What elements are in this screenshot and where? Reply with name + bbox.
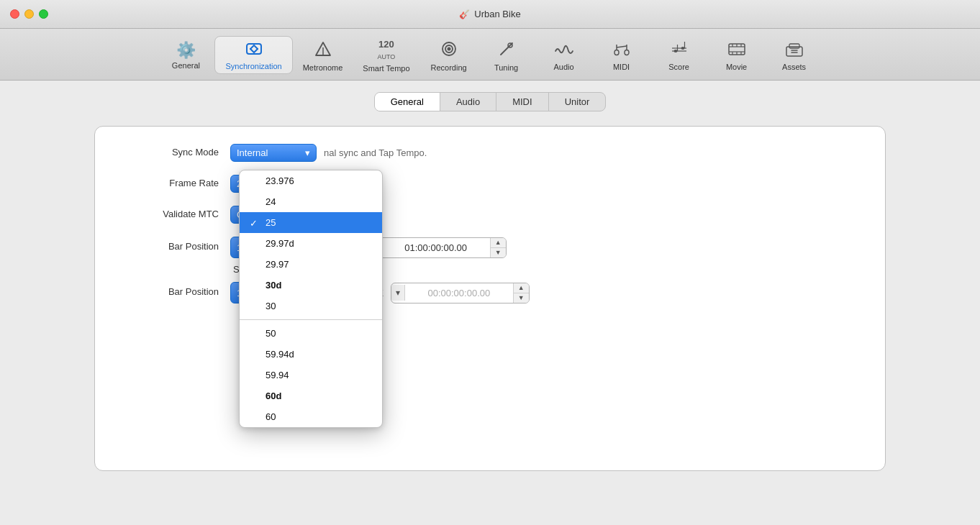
displayed-as-down[interactable]: ▼ bbox=[514, 293, 529, 303]
dropdown-divider bbox=[240, 319, 382, 320]
content-area: General Audio MIDI Unitor Sync Mode Inte… bbox=[0, 81, 980, 525]
main-panel: Sync Mode Internal ▾ nal sync and Tap Te… bbox=[94, 126, 886, 471]
sync-mode-label: Sync Mode bbox=[118, 144, 219, 158]
toolbar-item-general[interactable]: ⚙️ General bbox=[157, 38, 214, 73]
plays-at-up[interactable]: ▲ bbox=[491, 238, 506, 248]
toolbar-label-assets: Assets bbox=[782, 63, 806, 71]
subtab-audio[interactable]: Audio bbox=[440, 93, 496, 111]
plays-at-time-field: ▾ 01:00:00:00.00 ▲ ▼ bbox=[368, 237, 507, 258]
plays-at-value: 01:00:00:00.00 bbox=[382, 239, 490, 256]
bar-position-2-row: Bar Position 1 1 1 1 ▲▼ Displayed as SMP… bbox=[118, 282, 862, 303]
toolbar-item-recording[interactable]: Recording bbox=[420, 36, 478, 75]
svg-point-15 bbox=[673, 50, 677, 52]
toolbar-item-audio[interactable]: Audio bbox=[535, 37, 593, 74]
toolbar-item-movie[interactable]: Movie bbox=[708, 37, 766, 74]
toolbar-label-midi: MIDI bbox=[613, 63, 630, 71]
dropdown-label-5994d: 59.94d bbox=[266, 349, 294, 360]
sync-mode-row: Sync Mode Internal ▾ nal sync and Tap Te… bbox=[118, 144, 862, 162]
maximize-button[interactable] bbox=[39, 9, 48, 19]
toolbar-item-synchronization[interactable]: Synchronization bbox=[214, 36, 292, 74]
dropdown-item-2997[interactable]: 29.97 bbox=[240, 254, 382, 275]
bar-position-1-row: Bar Position 1 1 1 1 ▲▼ Plays at SMPTE ▾… bbox=[118, 237, 862, 258]
subtab-midi[interactable]: MIDI bbox=[496, 93, 548, 111]
sync-mode-arrow: ▾ bbox=[305, 147, 310, 158]
toolbar-item-assets[interactable]: Assets bbox=[766, 37, 823, 74]
validate-mtc-label: Validate MTC bbox=[118, 206, 219, 219]
frame-rate-dropdown[interactable]: 23.976 24 ✓ 25 29.97d 29.97 30d 30 bbox=[239, 170, 383, 428]
dropdown-label-2997: 29.97 bbox=[266, 259, 289, 270]
window-icon: 🎸 bbox=[459, 9, 470, 19]
svg-point-16 bbox=[681, 47, 684, 50]
toolbar-label-audio: Audio bbox=[553, 63, 573, 71]
displayed-as-dropdown[interactable]: ▾ bbox=[391, 285, 405, 301]
dropdown-item-5994[interactable]: 59.94 bbox=[240, 365, 382, 385]
sync-mode-select[interactable]: Internal ▾ bbox=[230, 144, 317, 162]
midi-icon bbox=[612, 41, 632, 60]
dropdown-label-25: 25 bbox=[266, 217, 276, 228]
displayed-as-up[interactable]: ▲ bbox=[514, 283, 529, 293]
bar-position-2-label: Bar Position bbox=[118, 282, 219, 297]
svg-point-9 bbox=[625, 50, 629, 55]
checkmark-icon: ✓ bbox=[250, 217, 258, 228]
sync-icon bbox=[245, 41, 263, 59]
dropdown-item-50[interactable]: 50 bbox=[240, 323, 382, 344]
sync-mode-helper: nal sync and Tap Tempo. bbox=[324, 147, 427, 158]
dropdown-item-30d[interactable]: 30d bbox=[240, 275, 382, 296]
displayed-as-time-field: ▾ 00:00:00:00.00 ▲ ▼ bbox=[391, 283, 530, 303]
subtab-unitor[interactable]: Unitor bbox=[549, 93, 606, 111]
dropdown-item-24[interactable]: 24 bbox=[240, 191, 382, 212]
dropdown-item-30[interactable]: 30 bbox=[240, 296, 382, 316]
svg-line-6 bbox=[501, 43, 512, 55]
plays-at-down[interactable]: ▼ bbox=[491, 248, 506, 257]
svg-rect-29 bbox=[789, 44, 799, 48]
tuning-icon bbox=[498, 40, 515, 60]
toolbar-item-smart-tempo[interactable]: 120AUTO Smart Tempo bbox=[353, 35, 419, 76]
subtabs: General Audio MIDI Unitor bbox=[374, 92, 607, 111]
toolbar-label-smart-tempo: Smart Tempo bbox=[363, 64, 409, 73]
svg-point-5 bbox=[447, 47, 450, 50]
plays-at-stepper: ▲ ▼ bbox=[490, 238, 506, 257]
dropdown-item-5994d[interactable]: 59.94d bbox=[240, 344, 382, 365]
svg-line-12 bbox=[617, 46, 627, 47]
dropdown-item-23976[interactable]: 23.976 bbox=[240, 170, 382, 191]
toolbar-label-recording: Recording bbox=[430, 63, 466, 72]
smart-tempo-icon: 120AUTO bbox=[378, 39, 396, 61]
dropdown-label-60: 60 bbox=[266, 411, 276, 422]
dropdown-item-25[interactable]: ✓ 25 bbox=[240, 212, 382, 233]
assets-icon bbox=[785, 41, 804, 60]
validate-mtc-row: Validate MTC Off ▾ bbox=[118, 206, 862, 224]
metronome-icon bbox=[314, 40, 332, 60]
dropdown-label-30: 30 bbox=[266, 301, 276, 311]
toolbar-label-movie: Movie bbox=[726, 63, 747, 71]
recording-icon bbox=[440, 40, 458, 60]
toolbar-item-score[interactable]: Score bbox=[650, 37, 708, 74]
toolbar-label-score: Score bbox=[668, 63, 689, 71]
dropdown-item-60[interactable]: 60 bbox=[240, 406, 382, 427]
subtab-general[interactable]: General bbox=[375, 93, 440, 111]
dropdown-label-60d: 60d bbox=[266, 391, 281, 401]
dropdown-label-30d: 30d bbox=[266, 280, 281, 291]
window-title-text: Urban Bike bbox=[474, 9, 520, 19]
audio-icon bbox=[554, 41, 574, 60]
toolbar-label-metronome: Metronome bbox=[303, 63, 343, 72]
dropdown-item-2997d[interactable]: 29.97d bbox=[240, 233, 382, 254]
traffic-lights bbox=[10, 9, 48, 19]
toolbar-item-midi[interactable]: MIDI bbox=[593, 37, 650, 74]
frame-rate-row: Frame Rate 25 ▾ fps t of MTC bbox=[118, 175, 862, 193]
dropdown-item-60d[interactable]: 60d bbox=[240, 385, 382, 406]
dropdown-label-5994: 59.94 bbox=[266, 370, 289, 380]
dropdown-label-24: 24 bbox=[266, 196, 276, 207]
window-title: 🎸 Urban Bike bbox=[459, 9, 520, 19]
toolbar-label-tuning: Tuning bbox=[494, 63, 518, 72]
minimize-button[interactable] bbox=[24, 9, 34, 19]
frame-rate-label: Frame Rate bbox=[118, 175, 219, 188]
toolbar-label-general: General bbox=[172, 61, 200, 70]
toolbar-item-metronome[interactable]: Metronome bbox=[293, 36, 353, 75]
toolbar: ⚙️ General Synchronization Metronome 120… bbox=[0, 29, 980, 81]
movie-icon bbox=[727, 41, 747, 60]
svg-point-8 bbox=[614, 50, 619, 55]
titlebar: 🎸 Urban Bike bbox=[0, 0, 980, 29]
toolbar-item-tuning[interactable]: Tuning bbox=[478, 36, 535, 75]
close-button[interactable] bbox=[10, 9, 19, 19]
sync-mode-content: Internal ▾ nal sync and Tap Tempo. bbox=[230, 144, 862, 162]
